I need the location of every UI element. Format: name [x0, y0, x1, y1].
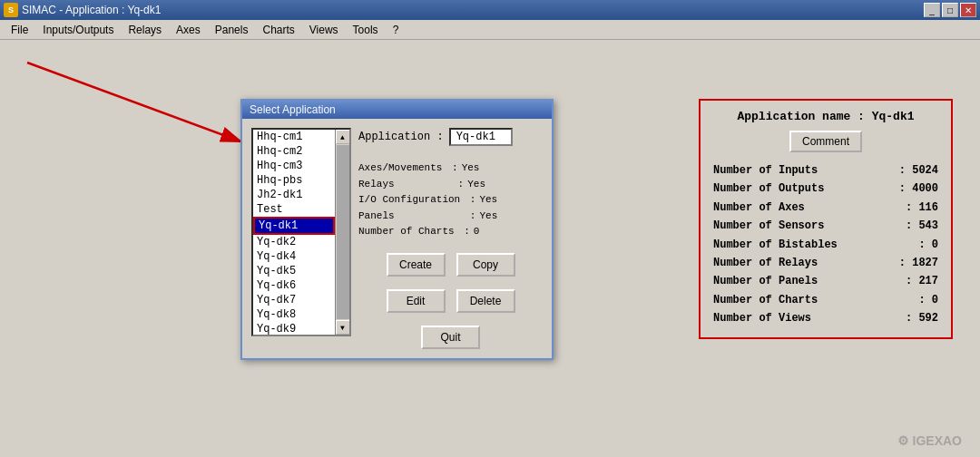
list-item[interactable]: Yq-dk8	[253, 307, 335, 322]
stat-axes-label: Number of Axes	[713, 199, 805, 217]
dialog-body: Hhq-cm1 Hhq-cm2 Hhq-cm3 Hhq-pbs Jh2-dk1 …	[242, 119, 552, 358]
edit-button[interactable]: Edit	[387, 289, 446, 313]
stat-sensors-label: Number of Sensors	[713, 217, 824, 235]
menu-inputs-outputs[interactable]: Inputs/Outputs	[35, 22, 121, 38]
stat-axes-value: : 116	[906, 199, 938, 217]
list-item[interactable]: Hhq-pbs	[253, 173, 335, 188]
button-row-1: Create Copy	[358, 253, 543, 277]
button-row-2: Edit Delete	[358, 289, 543, 313]
list-item[interactable]: Hhq-cm1	[253, 130, 335, 144]
info-panel-title: Application name : Yq-dk1	[713, 110, 938, 123]
app-icon: S	[4, 3, 18, 17]
window-title: SIMAC - Application : Yq-dk1	[22, 4, 924, 16]
app-info-block: Axes/Movements : Yes Relays : Yes I/O Co…	[358, 160, 543, 240]
title-bar-buttons: _ □ ✕	[924, 3, 976, 17]
stat-outputs-label: Number of Outputs	[713, 180, 824, 198]
stat-views: Number of Views : 592	[713, 309, 938, 327]
info-panel: Application name : Yq-dk1 Comment Number…	[699, 99, 953, 339]
arrow-indicator	[0, 44, 281, 171]
dialog-right-panel: Application : Yq-dk1 Axes/Movements : Ye…	[358, 128, 543, 349]
create-button[interactable]: Create	[387, 253, 446, 277]
stat-sensors-value: : 543	[906, 217, 938, 235]
list-item[interactable]: Yq-dk7	[253, 293, 335, 307]
minimize-button[interactable]: _	[924, 3, 940, 17]
info-charts: Number of Charts : 0	[358, 224, 543, 240]
list-item[interactable]: Yq-dk2	[253, 235, 335, 249]
application-name-row: Application : Yq-dk1	[358, 128, 543, 146]
application-list[interactable]: Hhq-cm1 Hhq-cm2 Hhq-cm3 Hhq-pbs Jh2-dk1 …	[253, 130, 335, 335]
info-io: I/O Configuration : Yes	[358, 192, 543, 209]
list-item[interactable]: Hhq-cm2	[253, 144, 335, 159]
list-item[interactable]: Yq-dk4	[253, 249, 335, 264]
stat-bistables-label: Number of Bistables	[713, 236, 838, 254]
list-item[interactable]: Test	[253, 202, 335, 217]
stat-inputs-value: : 5024	[899, 161, 938, 180]
list-scrollbar[interactable]: ▲ ▼	[335, 130, 349, 335]
info-axes-sep: :	[446, 160, 457, 177]
stat-charts: Number of Charts : 0	[713, 291, 938, 309]
info-panels: Panels : Yes	[358, 209, 543, 225]
application-value: Yq-dk1	[449, 128, 513, 146]
stat-bistables-value: : 0	[918, 236, 938, 254]
application-label: Application :	[358, 131, 444, 143]
list-item[interactable]: Jh2-dk1	[253, 188, 335, 202]
application-list-container: Hhq-cm1 Hhq-cm2 Hhq-cm3 Hhq-pbs Jh2-dk1 …	[251, 128, 351, 336]
info-io-label: I/O Configuration	[358, 192, 460, 209]
maximize-button[interactable]: □	[942, 3, 958, 17]
menu-help[interactable]: ?	[386, 22, 407, 38]
menu-axes[interactable]: Axes	[169, 22, 208, 38]
stat-charts-value: : 0	[918, 291, 938, 309]
info-axes-label: Axes/Movements	[358, 160, 442, 177]
scroll-up-button[interactable]: ▲	[336, 130, 350, 144]
stat-views-value: : 592	[906, 309, 938, 327]
stat-panels-label: Number of Panels	[713, 272, 818, 290]
copy-button[interactable]: Copy	[456, 253, 515, 277]
comment-button[interactable]: Comment	[789, 131, 862, 152]
menu-tools[interactable]: Tools	[346, 22, 386, 38]
list-item[interactable]: Hhq-cm3	[253, 159, 335, 173]
info-relays: Relays : Yes	[358, 177, 543, 193]
select-application-dialog: Select Application Hhq-cm1 Hhq-cm2 Hhq-c…	[240, 99, 554, 360]
menu-charts[interactable]: Charts	[255, 22, 301, 38]
stat-sensors: Number of Sensors : 543	[713, 217, 938, 235]
info-charts-label: Number of Charts	[358, 224, 455, 240]
info-charts-sep: :	[458, 224, 470, 240]
info-relays-label: Relays	[358, 177, 395, 193]
scroll-down-button[interactable]: ▼	[336, 320, 350, 335]
info-panels-sep: :	[398, 209, 476, 225]
menu-views[interactable]: Views	[302, 22, 346, 38]
title-bar: S SIMAC - Application : Yq-dk1 _ □ ✕	[0, 0, 980, 20]
stat-inputs-label: Number of Inputs	[713, 161, 818, 180]
info-panels-val: Yes	[479, 209, 497, 225]
list-item[interactable]: Yq-dk5	[253, 264, 335, 278]
info-panels-label: Panels	[358, 209, 395, 225]
stat-panels: Number of Panels : 217	[713, 272, 938, 290]
stat-panels-value: : 217	[906, 272, 938, 290]
menu-file[interactable]: File	[4, 22, 35, 38]
list-item-selected[interactable]: Yq-dk1	[253, 217, 335, 235]
stat-inputs: Number of Inputs : 5024	[713, 161, 938, 180]
dialog-title-bar: Select Application	[242, 101, 552, 119]
stat-bistables: Number of Bistables : 0	[713, 236, 938, 254]
info-io-val: Yes	[479, 192, 497, 209]
watermark: ⚙ IGEXAO	[897, 433, 962, 448]
delete-button[interactable]: Delete	[456, 289, 515, 313]
stat-views-label: Number of Views	[713, 309, 811, 327]
quit-button[interactable]: Quit	[421, 326, 480, 349]
menu-panels[interactable]: Panels	[208, 22, 256, 38]
list-item[interactable]: Yq-dk9	[253, 322, 335, 335]
close-button[interactable]: ✕	[960, 3, 976, 17]
dialog-title-text: Select Application	[250, 103, 336, 116]
button-row-3: Quit	[358, 326, 543, 349]
stat-relays-label: Number of Relays	[713, 254, 818, 272]
menu-relays[interactable]: Relays	[121, 22, 169, 38]
info-io-sep: :	[464, 192, 475, 209]
info-axes-val: Yes	[462, 160, 480, 177]
info-charts-val: 0	[474, 224, 480, 240]
scroll-track[interactable]	[337, 145, 349, 319]
stat-charts-label: Number of Charts	[713, 291, 818, 309]
stat-relays: Number of Relays : 1827	[713, 254, 938, 272]
list-item[interactable]: Yq-dk6	[253, 278, 335, 293]
stat-outputs-value: : 4000	[899, 180, 938, 198]
stat-relays-value: : 1827	[899, 254, 938, 272]
